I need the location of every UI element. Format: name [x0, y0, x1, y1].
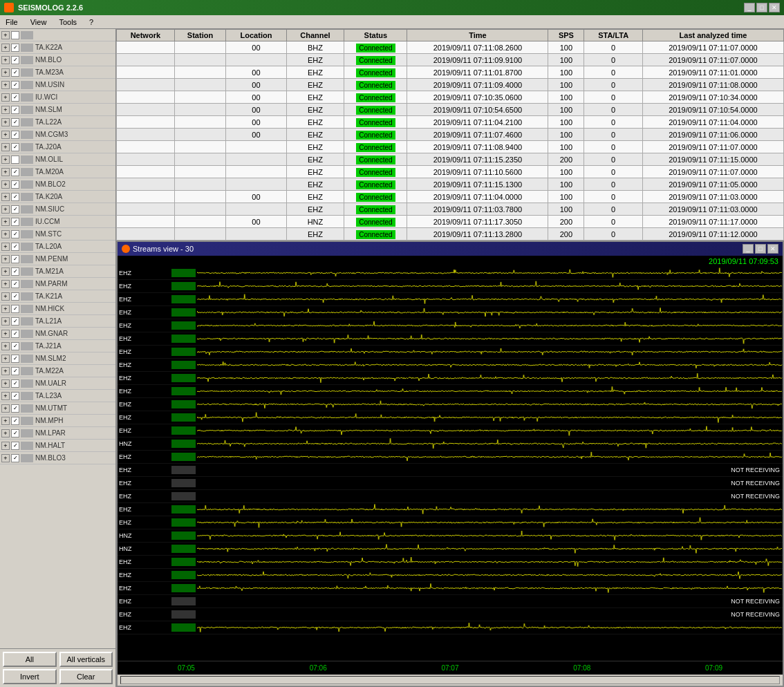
expand-btn-15[interactable]: + — [1, 218, 10, 226]
expand-btn-10[interactable]: + — [1, 156, 10, 164]
waveform-canvas-10 — [197, 398, 783, 411]
checkbox-30[interactable] — [11, 404, 19, 413]
expand-btn-4[interactable]: + — [1, 81, 10, 89]
expand-btn-34[interactable]: + — [1, 454, 10, 462]
streams-maximize-button[interactable]: □ — [755, 244, 766, 254]
expand-btn-30[interactable]: + — [1, 404, 10, 413]
checkbox-28[interactable] — [11, 379, 19, 388]
checkbox-1[interactable] — [11, 44, 19, 52]
menu-tools[interactable]: Tools — [56, 17, 80, 27]
checkbox-16[interactable] — [11, 230, 19, 238]
sidebar-row-7: +TA.L22A — [0, 116, 115, 129]
checkbox-31[interactable] — [11, 417, 19, 425]
title-bar-controls: _ □ ✕ — [744, 3, 780, 12]
checkbox-27[interactable] — [11, 367, 19, 375]
stream-waveform-area-7 — [197, 359, 783, 371]
expand-btn-2[interactable]: + — [1, 56, 10, 64]
checkbox-11[interactable] — [11, 168, 19, 176]
expand-btn-6[interactable]: + — [1, 106, 10, 114]
checkbox-18[interactable] — [11, 255, 19, 263]
expand-btn-19[interactable]: + — [1, 267, 10, 276]
maximize-button[interactable]: □ — [756, 3, 767, 12]
expand-btn-26[interactable]: + — [1, 355, 10, 363]
checkbox-23[interactable] — [11, 317, 19, 326]
expand-btn-7[interactable]: + — [1, 118, 10, 126]
checkbox-29[interactable] — [11, 392, 19, 400]
checkbox-17[interactable] — [11, 243, 19, 251]
menu-help[interactable]: ? — [86, 17, 96, 27]
checkbox-22[interactable] — [11, 305, 19, 313]
checkbox-6[interactable] — [11, 106, 19, 114]
sidebar-row-16: +NM.STC — [0, 228, 115, 241]
expand-btn-13[interactable]: + — [1, 193, 10, 201]
all-verticals-button[interactable]: All verticals — [59, 652, 113, 667]
checkbox-26[interactable] — [11, 355, 19, 363]
stream-row-16: EHZNOT RECEIVING — [118, 477, 783, 490]
checkbox-8[interactable] — [11, 131, 19, 139]
checkbox-0[interactable] — [11, 31, 19, 39]
expand-btn-17[interactable]: + — [1, 243, 10, 251]
checkbox-4[interactable] — [11, 81, 19, 89]
expand-btn-1[interactable]: + — [1, 44, 10, 52]
status-badge-8: Connected — [356, 143, 395, 152]
checkbox-34[interactable] — [11, 454, 19, 462]
checkbox-14[interactable] — [11, 205, 19, 214]
expand-btn-9[interactable]: + — [1, 143, 10, 151]
expand-btn-20[interactable]: + — [1, 280, 10, 288]
expand-btn-25[interactable]: + — [1, 342, 10, 350]
checkbox-9[interactable] — [11, 143, 19, 151]
station-icon-7 — [21, 118, 33, 126]
expand-btn-14[interactable]: + — [1, 205, 10, 214]
expand-btn-22[interactable]: + — [1, 305, 10, 313]
expand-btn-27[interactable]: + — [1, 367, 10, 375]
checkbox-32[interactable] — [11, 429, 19, 437]
expand-btn-32[interactable]: + — [1, 429, 10, 437]
checkbox-13[interactable] — [11, 193, 19, 201]
menu-file[interactable]: File — [3, 17, 21, 27]
invert-button[interactable]: Invert — [3, 669, 57, 684]
checkbox-20[interactable] — [11, 280, 19, 288]
all-button[interactable]: All — [3, 652, 57, 667]
expand-btn-33[interactable]: + — [1, 442, 10, 450]
expand-btn-8[interactable]: + — [1, 131, 10, 139]
expand-btn-28[interactable]: + — [1, 379, 10, 388]
checkbox-2[interactable] — [11, 56, 19, 64]
stream-row-0: EHZ — [118, 267, 783, 280]
expand-btn-0[interactable]: + — [1, 31, 10, 39]
checkbox-15[interactable] — [11, 218, 19, 226]
checkbox-24[interactable] — [11, 330, 19, 338]
timeline-tick-1: 07:06 — [252, 664, 384, 672]
checkbox-7[interactable] — [11, 118, 19, 126]
checkbox-3[interactable] — [11, 68, 19, 77]
clear-button[interactable]: Clear — [59, 669, 113, 684]
expand-btn-5[interactable]: + — [1, 93, 10, 102]
streams-close-button[interactable]: ✕ — [767, 244, 778, 254]
expand-btn-12[interactable]: + — [1, 180, 10, 189]
checkbox-5[interactable] — [11, 93, 19, 102]
stream-waveform-area-25: NOT RECEIVING — [197, 595, 783, 608]
checkbox-33[interactable] — [11, 442, 19, 450]
checkbox-10[interactable] — [11, 156, 19, 164]
checkbox-21[interactable] — [11, 292, 19, 301]
streams-minimize-button[interactable]: _ — [743, 244, 754, 254]
minimize-button[interactable]: _ — [744, 3, 755, 12]
expand-btn-23[interactable]: + — [1, 317, 10, 326]
expand-btn-18[interactable]: + — [1, 255, 10, 263]
streams-scrollbar[interactable] — [118, 675, 783, 686]
expand-btn-3[interactable]: + — [1, 68, 10, 77]
sidebar-label-4: NM.USIN — [35, 81, 64, 88]
expand-btn-31[interactable]: + — [1, 417, 10, 425]
expand-btn-21[interactable]: + — [1, 292, 10, 301]
checkbox-25[interactable] — [11, 342, 19, 350]
checkbox-12[interactable] — [11, 180, 19, 189]
menu-view[interactable]: View — [28, 17, 50, 27]
expand-btn-24[interactable]: + — [1, 330, 10, 338]
table-cell-2-0 — [117, 66, 175, 79]
close-button[interactable]: ✕ — [769, 3, 780, 12]
station-icon-26 — [21, 355, 33, 363]
checkbox-19[interactable] — [11, 267, 19, 276]
expand-btn-16[interactable]: + — [1, 230, 10, 238]
table-cell-7-5: 2019/09/11 07:11:07.4600 — [407, 129, 548, 141]
expand-btn-29[interactable]: + — [1, 392, 10, 400]
expand-btn-11[interactable]: + — [1, 168, 10, 176]
